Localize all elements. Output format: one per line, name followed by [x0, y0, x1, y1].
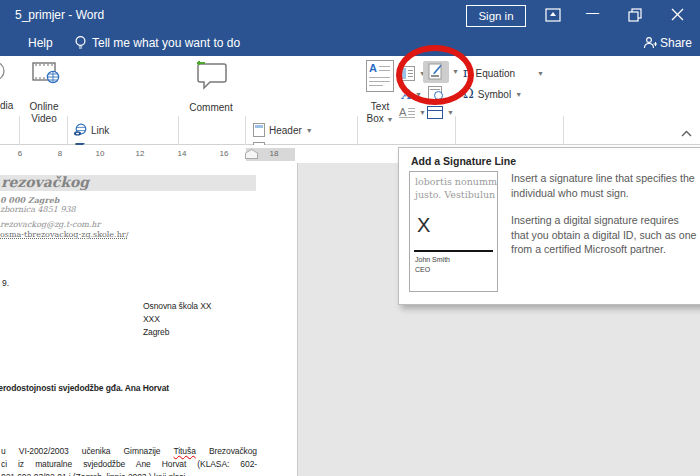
signer-role: CEO	[415, 266, 430, 273]
chevron-up-icon	[681, 130, 692, 137]
wordart-icon: A	[401, 88, 411, 101]
subject-line: jerodostojnosti svjedodžbe gđa. Ana Horv…	[0, 383, 169, 393]
date-fragment: 9.	[2, 278, 9, 288]
ruler-number: 8	[58, 149, 62, 158]
body-line-3-clipped: 021 602-03/02-01 i (Zagreb, lipnja 2003.…	[1, 472, 185, 476]
ribbon-display-options-icon	[545, 8, 561, 22]
signature-line-tooltip: Add a Signature Line lobortis nonumm jus…	[398, 147, 700, 305]
share-person-icon	[643, 36, 657, 50]
ruler-number: 6	[18, 149, 22, 158]
close-icon	[671, 8, 684, 21]
comment-button[interactable]: Comment	[186, 60, 236, 94]
ruler-number: 12	[136, 149, 145, 158]
object-icon	[427, 106, 443, 119]
address-line: XXX	[143, 314, 160, 324]
signature-line-rule	[414, 250, 493, 252]
chevron-down-icon: ▼	[387, 116, 394, 123]
chevron-down-icon: ▼	[447, 109, 454, 116]
tooltip-title: Add a Signature Line	[411, 155, 516, 167]
ruler-number: 16	[220, 149, 229, 158]
misspelled-word: Tituša	[174, 446, 196, 456]
address-line: Osnovna škola XX	[143, 301, 211, 311]
equation-button[interactable]: π Equation ▼	[463, 65, 555, 81]
body-text: u VI-2002/2003 učenika Gimnazije	[1, 446, 174, 456]
signature-line-dropdown[interactable]: ▼	[452, 68, 459, 75]
share-button[interactable]: Share	[660, 36, 692, 50]
symbol-button[interactable]: Ω Symbol ▼	[463, 86, 522, 102]
link-button[interactable]: Link	[73, 122, 109, 138]
date-time-icon	[428, 86, 442, 100]
text-box-button[interactable]: A Text Box ▼	[360, 60, 400, 92]
chevron-down-icon: ▼	[515, 91, 522, 98]
restore-icon	[628, 8, 642, 22]
close-button[interactable]	[671, 8, 684, 21]
letterhead-email: rezovackog@zg.t-com.hr	[0, 220, 100, 229]
tell-me-box[interactable]: Tell me what you want to do	[92, 36, 240, 50]
title-bar: 5_primjer - Word Sign in —	[0, 0, 700, 30]
drop-cap-icon: A	[399, 106, 415, 119]
sign-in-button[interactable]: Sign in	[466, 5, 526, 27]
document-page[interactable]: rezovačkog 0 000 Zagreb zbornica 4851 93…	[0, 163, 298, 476]
pi-icon: π	[463, 66, 472, 80]
letterhead-title: rezovačkog	[1, 174, 89, 190]
ruler-number: 18	[270, 149, 279, 158]
ruler-number: 14	[178, 149, 187, 158]
signature-x-mark: X	[417, 214, 430, 237]
object-button[interactable]: ▼	[427, 104, 454, 120]
chevron-down-icon: ▼	[419, 109, 426, 116]
link-icon	[73, 123, 87, 137]
comment-bubble-icon	[194, 60, 228, 92]
letterhead-line: 0 000 Zagreb	[0, 195, 59, 205]
wikipedia-button-label-fragment[interactable]: dia	[0, 100, 13, 111]
signature-preview-image: lobortis nonumm justo. Vestibulun X John…	[409, 171, 498, 292]
ribbon-display-options-button[interactable]	[545, 8, 561, 22]
tooltip-paragraph-1: Insert a signature line that specifies t…	[511, 171, 699, 200]
word-window: 5_primjer - Word Sign in — Help	[0, 0, 700, 476]
restore-button[interactable]	[628, 8, 642, 22]
chevron-down-icon: ▼	[537, 70, 544, 77]
online-video-button[interactable]: Online Video	[24, 60, 64, 92]
letterhead-line: zbornica 4851 938	[0, 205, 76, 214]
ruler-number: 10	[96, 149, 105, 158]
ribbon-tab-row: Help Tell me what you want to do Share	[0, 30, 700, 56]
body-text: Brezovačkog	[196, 446, 257, 456]
collapse-ribbon-button[interactable]	[681, 130, 692, 137]
globe-icon	[46, 70, 60, 84]
signer-name: John Smith	[415, 256, 450, 263]
date-time-button[interactable]	[428, 86, 442, 100]
address-line: Zagreb	[143, 327, 169, 337]
body-line-2: ci iz maturalne svjedodžbe Ane Horvat (K…	[1, 459, 257, 469]
chevron-down-icon: ▼	[415, 91, 422, 98]
chevron-down-icon: ▼	[306, 127, 313, 134]
text-box-icon: A	[366, 60, 394, 92]
header-icon	[253, 123, 265, 137]
drop-cap-button[interactable]: A ▼	[399, 104, 426, 120]
text-box-label: Box	[367, 113, 384, 124]
body-line-1: u VI-2002/2003 učenika Gimnazije Tituša …	[1, 446, 257, 456]
ribbon-insert-tab: dia Online Video Media	[0, 56, 700, 145]
minimize-button[interactable]: —	[586, 6, 599, 20]
wikipedia-globe-icon-fragment	[0, 60, 7, 82]
omega-icon: Ω	[463, 87, 474, 101]
quick-parts-icon	[400, 66, 415, 81]
lightbulb-icon	[74, 35, 87, 51]
preview-text: justo. Vestibulun	[415, 189, 495, 200]
signature-line-icon	[428, 63, 444, 80]
tooltip-paragraph-2: Inserting a digital signature requires t…	[511, 213, 699, 257]
header-button[interactable]: Header ▼	[253, 122, 313, 138]
window-title: 5_primjer - Word	[15, 8, 104, 22]
wordart-button[interactable]: A ▼	[401, 86, 422, 102]
signature-line-button[interactable]	[423, 61, 449, 83]
tab-help[interactable]: Help	[28, 36, 53, 50]
tooltip-description: Insert a signature line that specifies t…	[511, 171, 699, 257]
preview-text: lobortis nonumm	[415, 176, 497, 187]
letterhead-url: osma-tbrezovackog-zg.skole.hr/	[0, 230, 128, 239]
